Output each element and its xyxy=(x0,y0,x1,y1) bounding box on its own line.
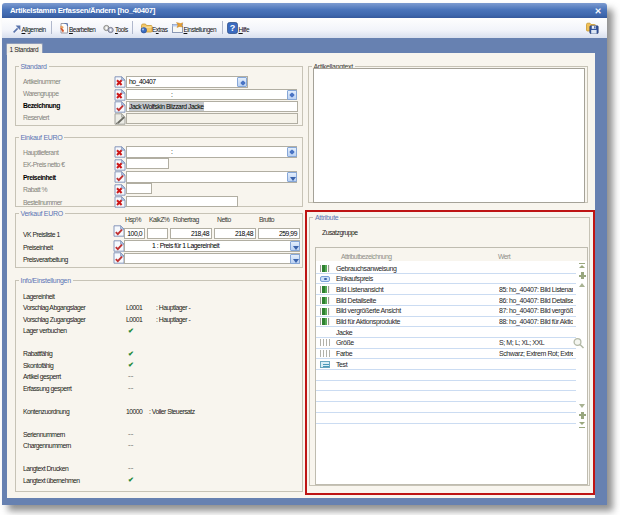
svg-text:?: ? xyxy=(230,23,236,33)
